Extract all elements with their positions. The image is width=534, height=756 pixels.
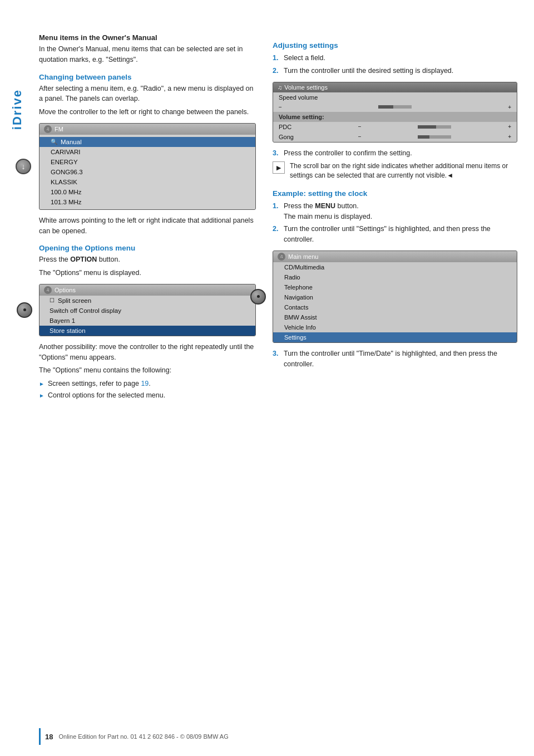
bullet-text-2: Control options for the selected menu. xyxy=(48,390,165,401)
heading-clock-example: Example: setting the clock xyxy=(273,189,517,198)
section-clock-example: Example: setting the clock 1. Press the … xyxy=(273,189,517,370)
bullet-icon-2: ► xyxy=(39,391,44,401)
step3-num: 3. xyxy=(273,148,280,159)
volume-screen: ♫ Volume settings Speed volume − xyxy=(273,82,517,143)
clock-step-2: 2. Turn the controller until "Settings" … xyxy=(273,224,517,245)
content-area: Menu items in the Owner's Manual In the … xyxy=(39,33,517,403)
heading-options-menu: Opening the Options menu xyxy=(39,244,256,252)
scroll-note-text: The scroll bar on the right side indicat… xyxy=(290,161,517,180)
bullet-control-options: ► Control options for the selected menu. xyxy=(39,390,256,401)
options-knob xyxy=(17,302,32,318)
fm-row-100: 100.0 MHz xyxy=(39,187,255,197)
fm-row-manual: 🔍 Manual xyxy=(39,137,255,147)
menu-row-vehicle: Vehicle Info xyxy=(273,322,517,332)
step3-text: Press the controller to confirm the sett… xyxy=(284,148,412,159)
menu-bold: MENU xyxy=(315,202,335,210)
main-menu-title: Main menu xyxy=(288,253,318,260)
menu-row-cd: CD/Multimedia xyxy=(273,262,517,272)
vol-icon: ♫ xyxy=(278,84,282,91)
fm-row-101: 101.3 MHz xyxy=(39,197,255,207)
options-row-split: ☐ Split screen xyxy=(39,296,255,306)
text-menu-items: In the Owner's Manual, menu items that c… xyxy=(39,44,256,65)
options-screen-titlebar: ♫ Options xyxy=(39,284,255,296)
fm-screen-wrapper: ↓ ♫ FM 🔍 Manual CARIV xyxy=(39,123,256,210)
main-menu-knob-dot xyxy=(257,295,260,298)
main-menu-controller xyxy=(250,289,266,305)
menu-row-settings: Settings xyxy=(273,332,517,342)
pdc-fill xyxy=(418,125,436,129)
adjust-step-2: 2. Turn the controller until the desired… xyxy=(273,66,517,76)
options-body: ☐ Split screen Switch off Control displa… xyxy=(39,296,255,336)
main-menu-knob xyxy=(250,289,266,305)
text-options-caption2: The "Options" menu contains the followin… xyxy=(39,365,256,376)
options-title: Options xyxy=(55,287,76,293)
text-options-caption1: Another possibility: move the controller… xyxy=(39,342,256,363)
vol-row-gong: Gong − + xyxy=(273,132,517,142)
text-panels-1: After selecting a menu item, e.g. "Radio… xyxy=(39,84,256,105)
section-options-menu: Opening the Options menu Press the OPTIO… xyxy=(39,244,256,400)
options-screen-wrapper: ♫ Options ☐ Split screen Switch off Cont… xyxy=(39,284,256,336)
fm-screen-body: 🔍 Manual CARIVARI ENERGY GONG96.3 KLASSI… xyxy=(39,135,255,209)
options-row-bayern: Bayern 1 xyxy=(39,316,255,326)
options-controller-widget xyxy=(17,302,32,318)
clock-step1-num: 1. xyxy=(273,201,280,222)
main-menu-titlebar: ♫ Main menu xyxy=(273,251,517,262)
pdc-bar xyxy=(418,125,451,129)
menu-row-bmw: BMW Assist xyxy=(273,312,517,322)
page-number: 18 xyxy=(45,733,53,741)
main-menu-icon: ♫ xyxy=(278,253,285,261)
options-bullet-list: ► Screen settings, refer to page 19. ► C… xyxy=(39,379,256,401)
vol-row-speed: Speed volume xyxy=(273,92,517,102)
vol-row-pdc: PDC − + xyxy=(273,122,517,132)
clock-steps-list: 1. Press the MENU button.The main menu i… xyxy=(273,201,517,245)
main-menu-body: CD/Multimedia Radio Telephone Navigation… xyxy=(273,262,517,342)
footer: 18 Online Edition for Part no. 01 41 2 6… xyxy=(0,728,534,745)
vol-body: Speed volume − + Volume setting: xyxy=(273,92,517,142)
fm-row-energy: ENERGY xyxy=(39,157,255,167)
scroll-note-row: ▶ The scroll bar on the right side indic… xyxy=(273,161,517,180)
sidebar-label: iDrive xyxy=(10,89,24,130)
options-row-store: Store station xyxy=(39,326,255,336)
section-menu-items: Menu items in the Owner's Manual In the … xyxy=(39,33,256,65)
section-adjusting-settings: Adjusting settings 1. Select a field. 2.… xyxy=(273,41,517,180)
text-panels-2: Move the controller to the left or right… xyxy=(39,107,256,117)
text-panels-caption: White arrows pointing to the left or rig… xyxy=(39,215,256,237)
clock-step3-text: Turn the controller until "Time/Date" is… xyxy=(284,348,517,370)
step2-text: Turn the controller until the desired se… xyxy=(284,66,453,76)
step2-num: 2. xyxy=(273,66,280,76)
controller-arrow-icon: ↓ xyxy=(16,159,31,174)
menu-row-navigation: Navigation xyxy=(273,292,517,302)
fm-row-gong: GONG96.3 xyxy=(39,167,255,177)
gong-bar xyxy=(418,135,451,139)
clock-step3-list: 3. Turn the controller until "Time/Date"… xyxy=(273,348,517,370)
fm-row-carivari: CARIVARI xyxy=(39,147,255,157)
menu-row-radio: Radio xyxy=(273,272,517,282)
adjust-step-1: 1. Select a field. xyxy=(273,53,517,63)
clock-step3-num: 3. xyxy=(273,348,280,370)
link-page19[interactable]: 19 xyxy=(141,380,149,387)
step1-text: Select a field. xyxy=(284,53,325,63)
scroll-arrow-icon: ▶ xyxy=(276,164,281,171)
options-row-switchoff: Switch off Control display xyxy=(39,306,255,316)
fm-screen: ♫ FM 🔍 Manual CARIVARI ENERGY GONG96.3 K… xyxy=(39,123,256,210)
volume-screen-wrapper: ♫ Volume settings Speed volume − xyxy=(273,82,517,143)
knob-dot xyxy=(23,308,26,311)
clock-step-1: 1. Press the MENU button.The main menu i… xyxy=(273,201,517,222)
clock-step2-num: 2. xyxy=(273,224,280,245)
adjust-step-3: 3. Press the controller to confirm the s… xyxy=(273,148,517,159)
text-options-1: Press the OPTION button. xyxy=(39,254,256,265)
heading-menu-items: Menu items in the Owner's Manual xyxy=(39,33,256,42)
adjust-step3-list: 3. Press the controller to confirm the s… xyxy=(273,148,517,159)
speed-vol-fill xyxy=(378,105,393,109)
left-column: Menu items in the Owner's Manual In the … xyxy=(39,33,256,403)
heading-changing-panels: Changing between panels xyxy=(39,73,256,81)
vol-row-bar1: − + xyxy=(273,102,517,112)
menu-row-contacts: Contacts xyxy=(273,302,517,312)
menu-row-telephone: Telephone xyxy=(273,282,517,292)
speed-vol-bar xyxy=(378,105,412,109)
scroll-indicator-box: ▶ xyxy=(273,161,285,174)
gong-fill xyxy=(418,135,429,139)
clock-step2-text: Turn the controller until "Settings" is … xyxy=(284,224,517,245)
fm-row-klassik: KLASSIK xyxy=(39,177,255,187)
footer-line xyxy=(39,728,41,745)
